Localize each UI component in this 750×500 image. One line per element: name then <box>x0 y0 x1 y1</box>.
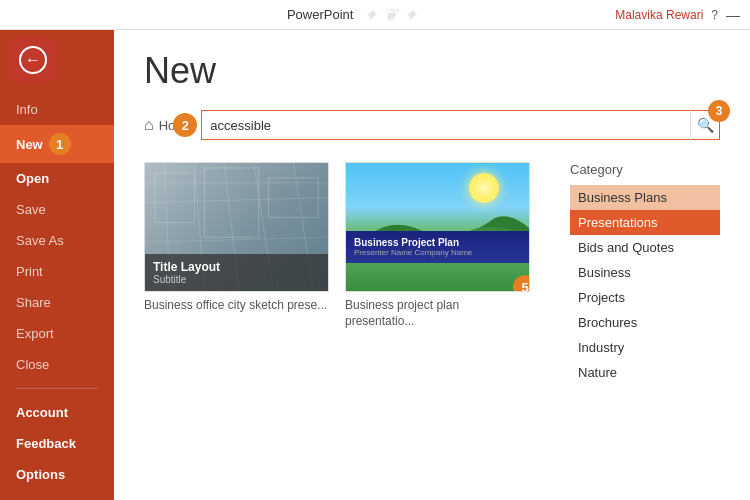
page-title: New <box>144 50 720 92</box>
svg-rect-7 <box>155 173 195 222</box>
sidebar-divider <box>16 388 98 389</box>
svg-line-1 <box>145 198 328 203</box>
svg-line-10 <box>145 237 328 242</box>
templates-grid: Title Layout Subtitle Business office ci… <box>144 162 550 480</box>
template-card-2[interactable]: Business Project Plan Presenter Name Com… <box>345 162 530 480</box>
minimize-button[interactable]: — <box>726 7 740 23</box>
sidebar-item-feedback[interactable]: Feedback <box>0 428 114 459</box>
search-input[interactable] <box>201 110 720 140</box>
sidebar-item-export[interactable]: Export <box>0 318 114 349</box>
category-item-business[interactable]: Business <box>570 260 720 285</box>
sidebar-nav: Info New 1 Open Save Save As Print Share <box>0 94 114 380</box>
sidebar-bottom: Account Feedback Options <box>0 397 114 500</box>
step5-badge: 5 <box>513 275 530 292</box>
title-bar: PowerPoint ✦ ❦ ✦ Malavika Rewari ? — <box>0 0 750 30</box>
template1-caption: Business office city sketch prese... <box>144 298 329 314</box>
content-area: New ⌂ Home 2 🔍 3 <box>114 30 750 500</box>
title-decoration: ✦ ❦ ✦ <box>363 4 418 26</box>
category-panel: Category Business Plans Presentations Bi… <box>570 162 720 480</box>
category-item-industry[interactable]: Industry <box>570 335 720 360</box>
template-thumb-2: Business Project Plan Presenter Name Com… <box>345 162 530 292</box>
help-button[interactable]: ? <box>711 8 718 22</box>
template2-subtitle: Presenter Name Company Name <box>354 248 472 257</box>
template2-caption: Business project plan presentatio... <box>345 298 530 329</box>
template-card-1[interactable]: Title Layout Subtitle Business office ci… <box>144 162 329 480</box>
sidebar-item-new[interactable]: New 1 <box>0 125 114 163</box>
template2-title: Business Project Plan <box>354 237 472 248</box>
step2-badge: 2 <box>173 113 197 137</box>
category-item-projects[interactable]: Projects <box>570 285 720 310</box>
search-button[interactable]: 🔍 3 <box>690 110 720 140</box>
sidebar-item-save[interactable]: Save <box>0 194 114 225</box>
step1-badge: 1 <box>49 133 71 155</box>
category-title: Category <box>570 162 720 177</box>
sidebar-item-share[interactable]: Share <box>0 287 114 318</box>
step3-badge: 3 <box>708 100 730 122</box>
hills-bg <box>346 163 529 291</box>
category-item-brochures[interactable]: Brochures <box>570 310 720 335</box>
category-item-presentations[interactable]: Presentations <box>570 210 720 235</box>
svg-rect-9 <box>269 178 318 218</box>
category-item-nature[interactable]: Nature <box>570 360 720 385</box>
app-name: PowerPoint <box>287 7 353 22</box>
template-thumb-1: Title Layout Subtitle <box>144 162 329 292</box>
sidebar-item-account[interactable]: Account <box>0 397 114 428</box>
category-item-business-plans[interactable]: Business Plans <box>570 185 720 210</box>
user-name: Malavika Rewari <box>615 8 703 22</box>
sidebar-item-save-as[interactable]: Save As <box>0 225 114 256</box>
sidebar-item-options[interactable]: Options <box>0 459 114 490</box>
sidebar-item-open[interactable]: Open <box>0 163 114 194</box>
template1-overlay: Title Layout Subtitle <box>145 254 328 291</box>
home-icon: ⌂ <box>144 116 154 134</box>
sun-shape <box>469 173 499 203</box>
sidebar-item-print[interactable]: Print <box>0 256 114 287</box>
search-box-wrapper: 2 🔍 3 <box>201 110 720 140</box>
back-arrow-icon: ← <box>19 46 47 74</box>
templates-section: Title Layout Subtitle Business office ci… <box>144 162 720 480</box>
sidebar-item-close[interactable]: Close <box>0 349 114 380</box>
sidebar: ← Info New 1 Open Save Save As Print <box>0 30 114 500</box>
category-item-bids-quotes[interactable]: Bids and Quotes <box>570 235 720 260</box>
template2-overlay: Business Project Plan Presenter Name Com… <box>346 231 529 263</box>
template1-subtitle: Subtitle <box>153 274 320 285</box>
template1-title: Title Layout <box>153 260 320 274</box>
sidebar-item-info[interactable]: Info <box>0 94 114 125</box>
search-row: ⌂ Home 2 🔍 3 <box>144 110 720 140</box>
back-button[interactable]: ← <box>8 38 58 82</box>
